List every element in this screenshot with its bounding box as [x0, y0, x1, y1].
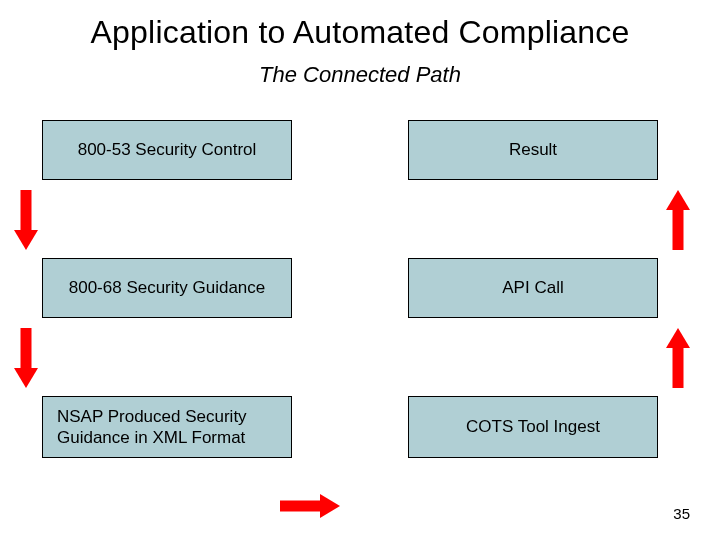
arrow-down-icon: [14, 190, 38, 250]
arrow-right-icon: [280, 494, 340, 518]
svg-marker-4: [666, 190, 690, 210]
box-result: Result: [408, 120, 658, 180]
svg-marker-6: [666, 328, 690, 348]
svg-marker-9: [320, 494, 340, 518]
box-nsap-xml: NSAP Produced Security Guidance in XML F…: [42, 396, 292, 458]
box-label: API Call: [502, 277, 563, 298]
svg-rect-0: [21, 190, 32, 230]
svg-rect-7: [673, 348, 684, 388]
arrow-down-icon: [14, 328, 38, 388]
slide-subtitle: The Connected Path: [0, 62, 720, 88]
svg-rect-2: [21, 328, 32, 368]
svg-rect-5: [673, 210, 684, 250]
box-label: COTS Tool Ingest: [466, 416, 600, 437]
slide: { "title": "Application to Automated Com…: [0, 0, 720, 540]
svg-rect-8: [280, 501, 320, 512]
box-label: Result: [509, 139, 557, 160]
slide-title: Application to Automated Compliance: [0, 14, 720, 51]
svg-marker-1: [14, 230, 38, 250]
page-number: 35: [673, 505, 690, 522]
arrow-up-icon: [666, 328, 690, 388]
box-api-call: API Call: [408, 258, 658, 318]
box-cots-ingest: COTS Tool Ingest: [408, 396, 658, 458]
box-label: NSAP Produced Security Guidance in XML F…: [57, 406, 277, 449]
box-security-control: 800-53 Security Control: [42, 120, 292, 180]
arrow-up-icon: [666, 190, 690, 250]
box-label: 800-68 Security Guidance: [69, 277, 266, 298]
svg-marker-3: [14, 368, 38, 388]
box-security-guidance: 800-68 Security Guidance: [42, 258, 292, 318]
box-label: 800-53 Security Control: [78, 139, 257, 160]
